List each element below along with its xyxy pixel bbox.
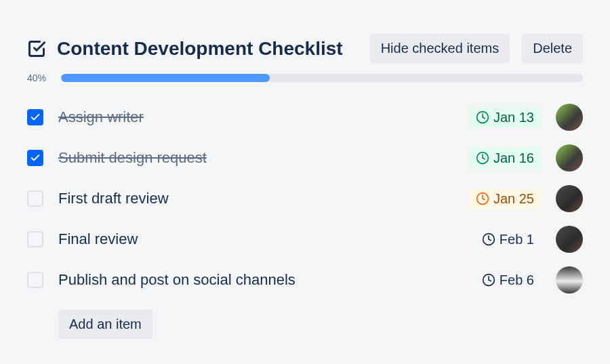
clock-icon <box>476 151 489 165</box>
due-date-text: Feb 1 <box>500 232 534 247</box>
item-label[interactable]: Assign writer <box>58 108 454 126</box>
checklist-footer: Add an item <box>27 310 583 339</box>
clock-icon <box>476 110 489 124</box>
checklist-card: Content Development Checklist Hide check… <box>0 0 610 359</box>
item-label[interactable]: First draft review <box>58 190 454 207</box>
progress-row: 40% <box>27 73 583 83</box>
due-date-text: Jan 16 <box>493 150 534 166</box>
list-item[interactable]: Assign writer Jan 13 <box>27 97 583 138</box>
list-item[interactable]: Final review Feb 1 <box>27 219 583 260</box>
due-date-badge[interactable]: Jan 13 <box>469 107 541 128</box>
item-label[interactable]: Publish and post on social channels <box>58 271 460 289</box>
item-label[interactable]: Final review <box>58 230 460 248</box>
checklist-items: Assign writer Jan 13 Submit design reque… <box>27 97 583 300</box>
assignee-avatar[interactable] <box>556 185 583 212</box>
assignee-avatar[interactable] <box>556 144 583 171</box>
progress-fill <box>61 74 270 82</box>
due-date-text: Jan 25 <box>493 191 534 207</box>
due-date-badge[interactable]: Jan 16 <box>469 148 541 169</box>
checkbox[interactable] <box>27 231 43 247</box>
delete-button[interactable]: Delete <box>522 34 583 63</box>
list-item[interactable]: Publish and post on social channels Feb … <box>27 260 583 300</box>
checkbox[interactable] <box>27 109 43 125</box>
add-item-button[interactable]: Add an item <box>58 310 152 339</box>
assignee-avatar[interactable] <box>556 266 583 294</box>
due-date-text: Jan 13 <box>493 110 534 125</box>
progress-bar <box>61 74 583 82</box>
clock-icon <box>482 273 495 287</box>
hide-checked-button[interactable]: Hide checked items <box>370 34 510 63</box>
list-item[interactable]: First draft review Jan 25 <box>27 178 583 219</box>
list-item[interactable]: Submit design request Jan 16 <box>27 138 583 178</box>
title-wrap: Content Development Checklist <box>27 38 358 60</box>
assignee-avatar[interactable] <box>556 226 583 253</box>
assignee-avatar[interactable] <box>556 104 583 131</box>
due-date-text: Feb 6 <box>500 272 534 288</box>
clock-icon <box>476 192 489 205</box>
due-date-badge[interactable]: Feb 6 <box>475 270 541 291</box>
item-label[interactable]: Submit design request <box>58 149 454 167</box>
checklist-title[interactable]: Content Development Checklist <box>57 38 343 60</box>
checklist-header: Content Development Checklist Hide check… <box>27 34 583 63</box>
clock-icon <box>482 232 495 246</box>
due-date-badge[interactable]: Feb 1 <box>475 229 541 250</box>
checkbox[interactable] <box>27 190 43 207</box>
checkbox[interactable] <box>27 150 43 166</box>
due-date-badge[interactable]: Jan 25 <box>469 188 541 209</box>
checklist-icon <box>27 39 46 58</box>
checkbox[interactable] <box>27 272 43 288</box>
progress-percent: 40% <box>27 73 53 83</box>
